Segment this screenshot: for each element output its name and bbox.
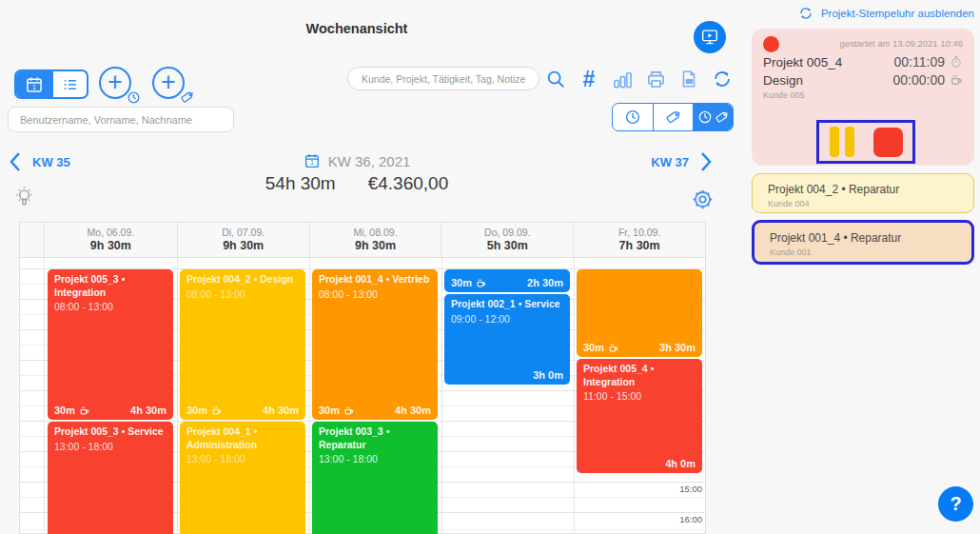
timer-started-text: gestartet am 13.09.2021 10:46 [763,38,963,49]
break-cup-icon [343,405,354,416]
event-time: 13:00 - 18:00 [186,453,299,465]
help-button[interactable]: ? [938,486,973,522]
break-cup-icon [476,278,486,288]
filter-stamp-button[interactable] [653,104,693,130]
stempeluhr-toggle[interactable]: Projekt-Stempeluhr ausblenden [752,6,974,21]
project-card[interactable]: Projekt 001_4 • ReparaturKunde 001 [752,220,974,265]
day-header-4[interactable]: Do, 09.09.5h 30m [441,223,573,257]
tag-icon [180,90,194,105]
event-footer: 3h 0m [451,369,563,381]
pause-button[interactable] [830,127,854,157]
print-icon[interactable] [644,68,667,90]
calendar-event[interactable]: 30m2h 30m [444,269,570,292]
event-footer: 30m2h 30m [451,277,563,288]
total-amount: €4.360,00 [368,173,449,194]
clock-icon [624,109,641,126]
event-total: 4h 30m [130,405,167,416]
event-time: 09:00 - 12:00 [451,313,563,325]
tag-icon [665,109,681,126]
day-header-1[interactable]: Mo, 06.09.9h 30m [45,223,177,257]
hashtag-icon[interactable]: # [578,68,600,90]
refresh-icon[interactable] [711,68,734,90]
time-gutter [20,258,45,534]
user-filter-input[interactable] [8,107,234,132]
stop-button[interactable] [873,128,903,157]
tips-bulb-icon[interactable] [12,184,36,210]
event-title: Projekt 003_3 • Reparatur [319,425,431,451]
calendar-event[interactable]: Projekt 001_4 • Vertrieb08:00 - 13:0030m… [312,269,438,420]
day-header-2[interactable]: Di, 07.09.9h 30m [177,223,309,257]
list-view-button[interactable] [51,71,87,97]
project-card-title: Projekt 001_4 • Reparatur [770,231,956,245]
clock-icon [697,109,713,125]
filter-both-button[interactable] [693,104,733,130]
day-column-5[interactable]: 30m3h 30mProjekt 005_4 • Integration11:0… [575,258,705,534]
calendar-event[interactable]: Projekt 002_1 • Service09:00 - 12:003h 0… [444,294,570,385]
event-total: 4h 0m [665,458,696,469]
refresh-icon [798,6,813,21]
search-icon[interactable] [544,68,567,90]
filter-time-button[interactable] [613,104,653,130]
event-title: Projekt 001_4 • Vertrieb [319,273,431,287]
event-time: 13:00 - 18:00 [54,441,167,452]
calendar-view-button[interactable]: 1 [16,71,51,97]
event-footer: 30m3h 30m [583,342,696,353]
day-total: 9h 30m [310,239,441,252]
day-header-3[interactable]: Mi, 08.09.9h 30m [309,223,441,257]
day-column-4[interactable]: 30m2h 30mProjekt 002_1 • Service09:00 - … [442,258,575,534]
add-time-entry-button[interactable]: + [99,67,133,101]
calendar-icon: 1 [304,152,321,169]
calendar-event[interactable]: Projekt 005_4 • Integration11:00 - 15:00… [577,359,702,473]
day-name: Fr, 10.09. [574,227,705,238]
day-name: Di, 07.09. [178,227,309,238]
event-title: Projekt 005_4 • Integration [583,363,696,388]
day-name: Do, 09.09. [441,227,573,238]
chart-icon[interactable] [611,68,634,90]
monitor-play-icon [699,27,720,48]
event-total: 2h 30m [527,277,563,288]
timer-project: Projekt 005_4 [763,55,842,69]
week-calendar: Mo, 06.09.9h 30mDi, 07.09.9h 30mMi, 08.0… [19,222,706,534]
active-timer-card[interactable]: gestartet am 13.09.2021 10:46 Projekt 00… [752,29,974,166]
svg-text:1: 1 [32,83,36,90]
current-week[interactable]: 1 KW 36, 2021 [0,152,714,169]
calendar-event[interactable]: Projekt 003_3 • Reparatur13:00 - 18:00 [312,422,438,534]
svg-text:1: 1 [310,159,314,166]
project-card[interactable]: Projekt 004_2 • ReparaturKunde 004 [752,173,974,213]
day-column-1[interactable]: Projekt 005_3 • Integration08:00 - 13:00… [46,258,178,534]
break-cup-icon [211,405,222,416]
day-column-2[interactable]: Projekt 004_2 • Design08:00 - 13:0030m4h… [178,258,310,534]
event-footer: 4h 0m [583,458,696,469]
tag-icon [715,110,729,125]
event-total: 4h 30m [263,405,299,416]
break-cup-icon [79,405,89,416]
timer-break: 00:00:00 [893,72,946,88]
week-totals: 54h 30m €4.360,00 [0,173,714,194]
search-input[interactable] [347,67,539,90]
settings-gear-icon[interactable] [691,188,715,211]
timer-elapsed: 00:11:09 [894,54,945,69]
calendar-event[interactable]: Projekt 005_3 • Integration08:00 - 13:00… [48,269,173,420]
calendar-event[interactable]: Projekt 005_3 • Service13:00 - 18:00 [48,422,173,534]
event-total: 4h 30m [395,405,431,416]
day-name: Mi, 08.09. [310,227,441,238]
day-column-3[interactable]: Projekt 001_4 • Vertrieb08:00 - 13:0030m… [310,258,442,534]
event-time: 13:00 - 18:00 [319,453,431,465]
event-footer: 30m4h 30m [54,405,167,416]
day-name: Mo, 06.09. [45,227,177,238]
timer-controls [816,120,915,164]
calendar-event[interactable]: Projekt 004_2 • Design08:00 - 13:0030m4h… [180,269,305,420]
export-csv-icon[interactable] [677,68,700,90]
add-stamp-entry-button[interactable]: + [152,67,186,101]
list-icon [61,75,80,94]
stempeluhr-toggle-label: Projekt-Stempeluhr ausblenden [821,8,974,19]
event-time: 08:00 - 13:00 [186,288,299,300]
event-break: 30m [319,405,340,416]
screen-share-button[interactable] [694,21,726,53]
event-total: 3h 0m [533,369,563,381]
project-card-customer: Kunde 004 [768,199,958,208]
calendar-event[interactable]: 30m3h 30m [577,269,702,357]
view-toggle: 1 [14,69,88,99]
calendar-event[interactable]: Projekt 004_1 • Administration13:00 - 18… [180,422,305,534]
day-header-5[interactable]: Fr, 10.09.7h 30m [573,223,705,257]
